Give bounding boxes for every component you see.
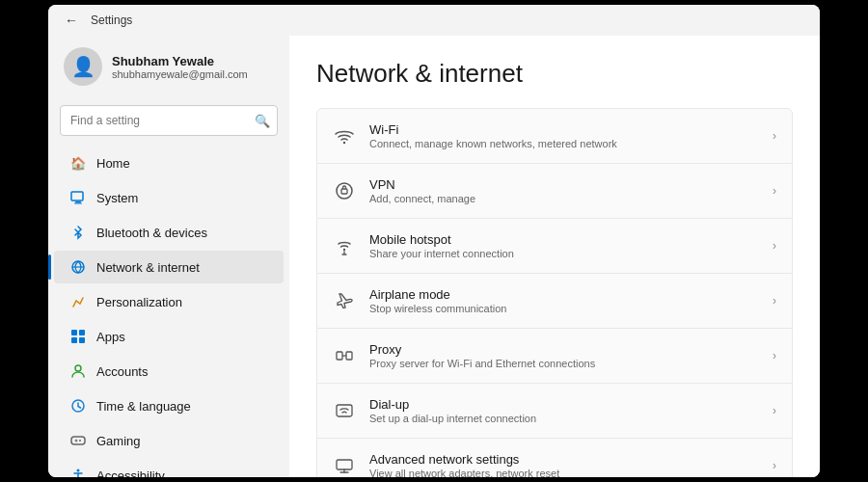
- vpn-chevron: ›: [773, 184, 776, 198]
- nav-item-accessibility[interactable]: Accessibility: [54, 459, 284, 477]
- proxy-chevron: ›: [773, 349, 776, 362]
- personalization-icon: [69, 293, 87, 310]
- svg-rect-6: [79, 330, 85, 335]
- search-box: 🔍: [60, 105, 278, 136]
- gaming-icon: [69, 432, 87, 449]
- svg-rect-2: [74, 203, 82, 204]
- main-content: 👤 Shubham Yewale shubhamyewale@gmail.com…: [48, 36, 820, 477]
- dialup-icon: [333, 399, 356, 422]
- advanced-chevron: ›: [773, 459, 776, 472]
- nav-item-time[interactable]: Time & language: [54, 389, 284, 422]
- search-icon: 🔍: [255, 114, 270, 128]
- system-icon: [69, 189, 87, 206]
- nav-label-home: Home: [96, 156, 130, 171]
- nav-item-gaming[interactable]: Gaming: [54, 424, 284, 457]
- titlebar-title: Settings: [91, 13, 132, 27]
- settings-window: ← Settings 👤 Shubham Yewale shubhamyewal…: [48, 5, 820, 477]
- settings-item-hotspot[interactable]: Mobile hotspot Share your internet conne…: [316, 219, 793, 274]
- advanced-icon: [333, 454, 356, 477]
- settings-item-advanced[interactable]: Advanced network settings View all netwo…: [316, 439, 793, 477]
- svg-rect-23: [337, 405, 352, 416]
- svg-rect-5: [71, 330, 77, 335]
- vpn-icon: [333, 179, 356, 202]
- user-name: Shubham Yewale: [112, 54, 248, 68]
- hotspot-chevron: ›: [773, 239, 776, 253]
- svg-point-16: [343, 142, 345, 144]
- proxy-icon: [333, 344, 356, 367]
- hotspot-desc: Share your internet connection: [369, 248, 759, 259]
- accessibility-icon: [69, 467, 87, 477]
- content-area: Network & internet Wi-Fi Connect, manage…: [289, 36, 820, 477]
- settings-item-wifi[interactable]: Wi-Fi Connect, manage known networks, me…: [316, 108, 793, 164]
- airplane-desc: Stop wireless communication: [369, 303, 759, 314]
- advanced-desc: View all network adapters, network reset: [369, 468, 759, 477]
- nav-label-network: Network & internet: [96, 260, 200, 275]
- settings-item-airplane[interactable]: Airplane mode Stop wireless communicatio…: [316, 274, 793, 329]
- accounts-icon: [69, 362, 87, 380]
- vpn-title: VPN: [369, 177, 759, 192]
- wifi-icon: [333, 124, 356, 147]
- airplane-chevron: ›: [773, 294, 776, 308]
- dialup-chevron: ›: [773, 404, 776, 417]
- svg-rect-24: [337, 460, 352, 469]
- dialup-text: Dial-up Set up a dial-up internet connec…: [369, 397, 759, 424]
- nav-label-time: Time & language: [96, 399, 191, 414]
- network-icon: [69, 258, 87, 276]
- time-icon: [69, 397, 87, 415]
- nav-label-personalization: Personalization: [96, 295, 182, 309]
- titlebar: ← Settings: [48, 5, 820, 36]
- svg-point-15: [77, 469, 80, 472]
- svg-rect-0: [71, 192, 83, 201]
- back-button[interactable]: ←: [60, 9, 83, 32]
- airplane-text: Airplane mode Stop wireless communicatio…: [369, 287, 759, 314]
- wifi-text: Wi-Fi Connect, manage known networks, me…: [369, 122, 759, 149]
- svg-rect-21: [346, 352, 352, 360]
- hotspot-text: Mobile hotspot Share your internet conne…: [369, 232, 759, 259]
- nav-item-system[interactable]: System: [54, 181, 284, 214]
- svg-rect-20: [337, 352, 342, 360]
- nav-item-accounts[interactable]: Accounts: [54, 355, 284, 388]
- svg-rect-7: [71, 337, 77, 343]
- settings-item-proxy[interactable]: Proxy Proxy server for Wi-Fi and Etherne…: [316, 329, 793, 384]
- wifi-chevron: ›: [773, 129, 776, 143]
- advanced-text: Advanced network settings View all netwo…: [369, 452, 759, 477]
- sidebar: 👤 Shubham Yewale shubhamyewale@gmail.com…: [48, 36, 289, 477]
- avatar-icon: 👤: [71, 55, 95, 78]
- advanced-title: Advanced network settings: [369, 452, 759, 467]
- airplane-title: Airplane mode: [369, 287, 759, 302]
- nav-item-bluetooth[interactable]: Bluetooth & devices: [54, 216, 284, 249]
- svg-rect-18: [341, 189, 347, 194]
- nav-item-personalization[interactable]: Personalization: [54, 285, 284, 318]
- apps-icon: [69, 328, 87, 345]
- nav-label-gaming: Gaming: [96, 434, 141, 448]
- user-profile[interactable]: 👤 Shubham Yewale shubhamyewale@gmail.com: [48, 36, 289, 97]
- settings-list: Wi-Fi Connect, manage known networks, me…: [316, 108, 793, 477]
- nav-label-system: System: [96, 191, 138, 205]
- hotspot-title: Mobile hotspot: [369, 232, 759, 247]
- nav-item-home[interactable]: 🏠 Home: [54, 147, 284, 179]
- wifi-desc: Connect, manage known networks, metered …: [369, 138, 759, 149]
- bluetooth-icon: [69, 224, 87, 241]
- dialup-desc: Set up a dial-up internet connection: [369, 413, 759, 424]
- dialup-title: Dial-up: [369, 397, 759, 412]
- airplane-icon: [333, 289, 356, 312]
- page-title: Network & internet: [316, 59, 793, 89]
- wifi-title: Wi-Fi: [369, 122, 759, 137]
- nav-item-apps[interactable]: Apps: [54, 320, 284, 353]
- vpn-text: VPN Add, connect, manage: [369, 177, 759, 204]
- user-info: Shubham Yewale shubhamyewale@gmail.com: [112, 54, 248, 80]
- user-email: shubhamyewale@gmail.com: [112, 68, 248, 80]
- proxy-text: Proxy Proxy server for Wi-Fi and Etherne…: [369, 342, 759, 369]
- svg-rect-11: [71, 437, 85, 444]
- settings-item-dialup[interactable]: Dial-up Set up a dial-up internet connec…: [316, 384, 793, 439]
- settings-item-vpn[interactable]: VPN Add, connect, manage ›: [316, 164, 793, 219]
- svg-point-19: [343, 249, 345, 251]
- search-input[interactable]: [60, 105, 278, 136]
- hotspot-icon: [333, 234, 356, 257]
- vpn-desc: Add, connect, manage: [369, 193, 759, 204]
- svg-rect-8: [79, 337, 85, 343]
- svg-point-14: [79, 440, 81, 442]
- nav-label-apps: Apps: [96, 330, 125, 344]
- nav-item-network[interactable]: Network & internet: [54, 251, 284, 283]
- nav-label-bluetooth: Bluetooth & devices: [96, 226, 207, 240]
